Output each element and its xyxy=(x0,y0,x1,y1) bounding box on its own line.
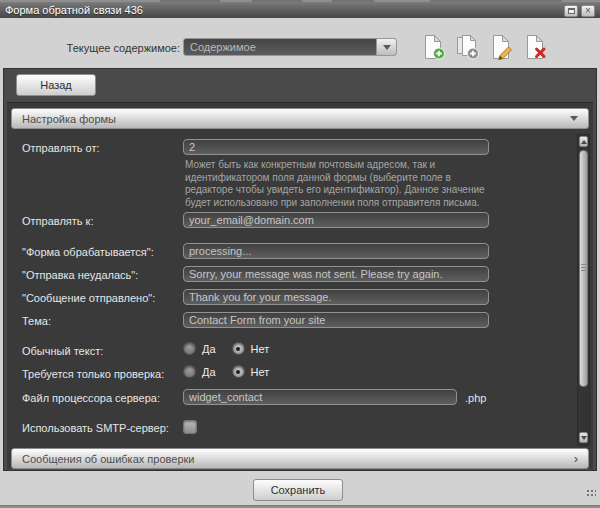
content-select-arrow[interactable] xyxy=(376,39,396,55)
scroll-up-button[interactable] xyxy=(579,136,588,147)
verify-only-no-radio[interactable] xyxy=(232,365,245,378)
section-header-form-settings[interactable]: Настройка формы xyxy=(11,108,589,129)
scroll-down-button[interactable] xyxy=(579,432,588,443)
titlebar[interactable]: Форма обратной связи 436 × xyxy=(0,3,600,18)
current-content-label: Текущее содержимое: xyxy=(60,42,180,54)
close-button[interactable]: × xyxy=(581,5,595,17)
plain-text-label: Обычный текст: xyxy=(22,345,103,357)
back-button[interactable]: Назад xyxy=(16,74,96,96)
section-title: Сообщения об ошибках проверки xyxy=(22,453,194,465)
send-from-label: Отправлять от: xyxy=(22,142,100,154)
send-from-input[interactable] xyxy=(183,139,489,155)
arrow-down-icon xyxy=(581,436,587,440)
subject-label: Тема: xyxy=(22,315,51,327)
edit-content-button[interactable] xyxy=(488,34,514,60)
copy-content-button[interactable] xyxy=(454,34,480,60)
chevron-down-icon xyxy=(383,45,391,50)
radio-no-label: Нет xyxy=(251,366,270,378)
content-toolbar xyxy=(420,34,548,60)
close-icon: × xyxy=(585,6,591,16)
plain-text-radio-group: Да Нет xyxy=(183,342,279,355)
php-suffix: .php xyxy=(465,392,486,404)
content-select-value: Содержимое xyxy=(184,39,376,55)
plain-text-no-radio[interactable] xyxy=(232,342,245,355)
subject-input[interactable] xyxy=(183,312,489,328)
processing-input[interactable] xyxy=(183,243,489,259)
window-controls: × xyxy=(564,5,595,17)
send-failed-input[interactable] xyxy=(183,266,489,282)
add-page-icon xyxy=(420,34,446,60)
send-failed-label: "Отправка неудалась": xyxy=(22,269,138,281)
arrow-up-icon xyxy=(581,140,587,144)
message-sent-label: "Сообщение отправлено": xyxy=(22,292,155,304)
send-to-label: Отправлять к: xyxy=(22,215,93,227)
delete-page-icon xyxy=(522,34,548,60)
accordion-zone: Настройка формы Отправлять от: Может быт… xyxy=(7,102,593,469)
verify-only-yes-radio[interactable] xyxy=(183,365,196,378)
message-sent-input[interactable] xyxy=(183,289,489,305)
content-select[interactable]: Содержимое xyxy=(183,38,397,56)
vertical-scrollbar[interactable] xyxy=(577,134,590,446)
maximize-icon xyxy=(568,8,575,14)
resize-grip[interactable] xyxy=(585,488,596,498)
use-smtp-checkbox[interactable] xyxy=(183,420,197,434)
radio-yes-label: Да xyxy=(202,366,216,378)
processing-label: "Форма обрабатывается": xyxy=(22,246,154,258)
scrollbar-thumb[interactable] xyxy=(579,150,588,387)
content-panel: Назад Настройка формы Отправлять от: Мож… xyxy=(3,68,597,471)
radio-yes-label: Да xyxy=(202,343,216,355)
send-from-help: Может быть как конкретным почтовым адрес… xyxy=(185,159,491,209)
dialog-title: Форма обратной связи 436 xyxy=(5,5,143,16)
maximize-button[interactable] xyxy=(564,5,578,17)
radio-no-label: Нет xyxy=(251,343,270,355)
add-content-button[interactable] xyxy=(420,34,446,60)
server-processor-label: Файл процессора сервера: xyxy=(22,392,160,404)
section-header-validation-messages[interactable]: Сообщения об ошибках проверки › xyxy=(11,448,589,469)
verify-only-radio-group: Да Нет xyxy=(183,365,279,378)
chevron-right-icon: › xyxy=(574,452,578,465)
section-title: Настройка формы xyxy=(22,113,116,125)
delete-content-button[interactable] xyxy=(522,34,548,60)
server-processor-input[interactable] xyxy=(183,389,457,405)
plain-text-yes-radio[interactable] xyxy=(183,342,196,355)
verify-only-label: Требуется только проверка: xyxy=(22,368,164,380)
copy-page-icon xyxy=(454,34,480,60)
send-to-input[interactable] xyxy=(183,212,489,228)
use-smtp-label: Использовать SMTP-сервер: xyxy=(22,422,169,434)
edit-page-icon xyxy=(488,34,514,60)
save-button[interactable]: Сохранить xyxy=(253,479,343,501)
dialog-window: Форма обратной связи 436 × Текущее содер… xyxy=(0,3,600,505)
chevron-down-icon xyxy=(570,116,578,121)
